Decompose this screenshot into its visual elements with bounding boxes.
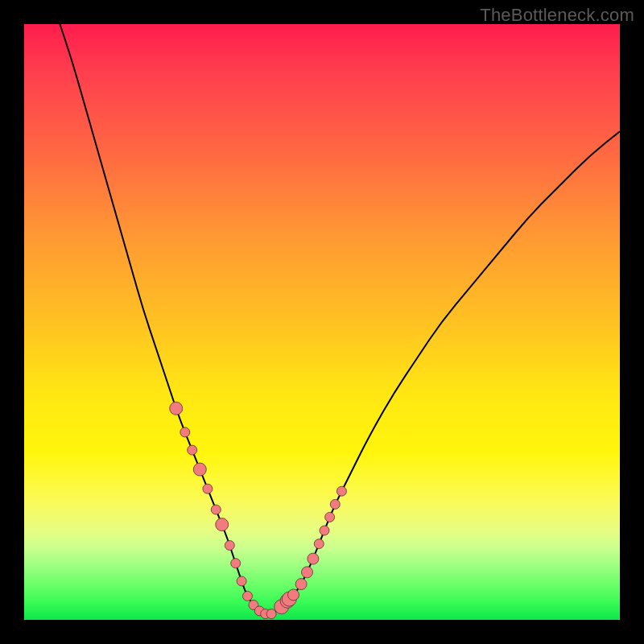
marker-dot [203,484,213,493]
plot-area [24,24,620,620]
marker-dot [170,402,183,415]
marker-dot [336,486,346,496]
marker-dot [330,499,340,509]
marker-dot [302,567,313,578]
marker-dot [237,576,246,586]
marker-dot [308,553,319,564]
marker-dot [295,579,307,590]
marker-dot [193,463,206,476]
marker-dot [288,589,299,601]
marker-dot [231,559,241,568]
marker-dot [180,427,190,437]
marker-dot [320,526,329,535]
marker-dots [170,402,347,618]
curve-svg [24,24,620,620]
marker-dot [225,541,234,551]
marker-dot [216,518,229,531]
marker-dot [314,539,324,549]
marker-dot [266,609,276,619]
marker-dot [211,505,221,514]
chart-frame: TheBottleneck.com [0,0,644,644]
bottleneck-curve [60,24,620,614]
marker-dot [325,512,335,522]
marker-dot [188,445,197,455]
marker-dot [243,591,253,601]
watermark-text: TheBottleneck.com [480,5,634,26]
